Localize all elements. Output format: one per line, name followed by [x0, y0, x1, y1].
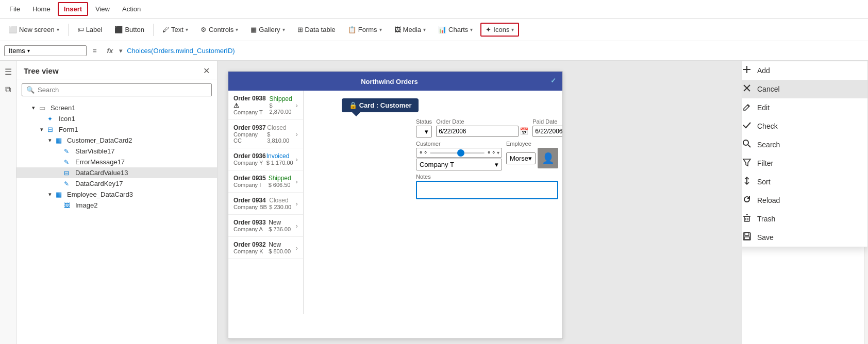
orders-list: Order 0938 ⚠ Company T Shipped $ 2,870.0…: [228, 91, 304, 314]
customer-slider[interactable]: [430, 152, 485, 154]
employee-select[interactable]: Morse ▾: [506, 152, 536, 164]
order-left-0932: Order 0932 Company K: [233, 241, 266, 254]
tree-label-img2: Image2: [75, 201, 213, 209]
menu-file[interactable]: File: [4, 3, 25, 15]
filter-label: Filter: [757, 159, 773, 167]
order-company-0934: Company BB: [233, 204, 267, 210]
notes-input[interactable]: [416, 181, 558, 199]
tree-search-input[interactable]: [38, 86, 207, 94]
icons-button[interactable]: ✦ Icons ▾: [480, 23, 519, 37]
order-date-cal-icon[interactable]: 📅: [520, 127, 528, 135]
order-right-0932: New $ 800.00: [269, 241, 291, 254]
controls-button[interactable]: ⚙ Controls ▾: [196, 23, 243, 36]
right-panel: COMP Data Prope 🔍 ACTIO OnSe fal OnCh fa…: [742, 61, 868, 344]
status-select[interactable]: ▾: [416, 126, 432, 137]
edit-label: Edit: [757, 104, 770, 112]
dropdown-item-trash[interactable]: Trash: [742, 210, 867, 228]
tree-item-datacardvalue13[interactable]: ⊟ DataCardValue13: [16, 167, 217, 178]
order-status-0933: New: [269, 219, 291, 226]
tree-item-icon1[interactable]: ✦ Icon1: [16, 113, 217, 124]
gallery-button[interactable]: ▦ Gallery ▾: [246, 23, 289, 36]
dropdown-item-cancel[interactable]: Cancel: [742, 80, 867, 98]
dropdown-item-check[interactable]: Check: [742, 117, 867, 135]
charts-icon: 📊: [438, 26, 446, 33]
order-row-0936[interactable]: Order 0936 Company Y Invoiced $ 1,170.00…: [228, 148, 303, 170]
controls-chevron-icon: ▾: [236, 27, 238, 32]
charts-button[interactable]: 📊 Charts ▾: [433, 23, 477, 36]
menu-home[interactable]: Home: [27, 3, 56, 15]
order-left-0933: Order 0933 Company A: [233, 219, 266, 232]
media-button[interactable]: 🖼 Media ▾: [390, 23, 430, 36]
order-chevron-0936-icon: ›: [296, 156, 298, 163]
order-row-0938[interactable]: Order 0938 ⚠ Company T Shipped $ 2,870.0…: [228, 91, 303, 120]
paid-date-input[interactable]: [532, 126, 562, 137]
forms-button[interactable]: 📋 Forms ▾: [343, 23, 387, 36]
menu-action[interactable]: Action: [117, 3, 146, 15]
menu-insert[interactable]: Insert: [58, 2, 88, 16]
newscreen-button[interactable]: ⬜ New screen ▾: [4, 23, 64, 36]
order-amount-0938: $ 2,870.00: [270, 102, 294, 115]
tree-close-icon[interactable]: ✕: [203, 66, 210, 76]
media-chevron-icon: ▾: [423, 27, 426, 32]
dropdown-item-save[interactable]: Save: [742, 228, 867, 247]
forms-chevron-icon: ▾: [379, 27, 382, 32]
customer-combo[interactable]: ⚬⚬ ⚬⚬ ▾: [416, 148, 502, 158]
formula-text: Choices(Orders.nwind_CustomerID): [127, 47, 235, 55]
label-icon: 🏷: [77, 26, 84, 33]
svg-rect-15: [745, 233, 749, 235]
customer-radio-icon: ⚬⚬: [419, 149, 428, 156]
fx-icon: fx: [103, 47, 118, 55]
hamburger-icon[interactable]: ☰: [3, 65, 14, 79]
gallery-icon: ▦: [251, 26, 257, 33]
edit-icon: [742, 102, 752, 113]
customer-value-box[interactable]: Company T ▾: [416, 159, 502, 170]
order-id-0937: Order 0937: [233, 124, 267, 131]
order-left-0934: Order 0934 Company BB: [233, 197, 267, 210]
datatable-button[interactable]: ⊞ Data table: [293, 23, 340, 36]
tree-item-datacardkey17[interactable]: ✎ DataCardKey17: [16, 178, 217, 189]
tree-view-panel: Tree view ✕ 🔍 ▾ ▭ Screen1 ✦ Ico: [16, 61, 218, 344]
tree-chevron-screen1-icon: ▾: [32, 105, 39, 111]
tree-item-errormessage17[interactable]: ✎ ErrorMessage17: [16, 157, 217, 167]
tree-item-screen1[interactable]: ▾ ▭ Screen1: [16, 102, 217, 113]
dropdown-item-filter[interactable]: Filter: [742, 154, 867, 173]
order-date-input[interactable]: [436, 126, 519, 137]
layers-icon[interactable]: ⧉: [3, 83, 13, 96]
dropdown-item-search[interactable]: Search: [742, 135, 867, 154]
order-row-0933[interactable]: Order 0933 Company A New $ 736.00 ›: [228, 215, 303, 237]
employee-row: Morse ▾ 👤: [506, 148, 558, 168]
tree-item-starvisible17[interactable]: ✎ StarVisible17: [16, 146, 217, 157]
dropdown-item-sort[interactable]: Sort: [742, 173, 867, 191]
tree-item-image2[interactable]: 🖼 Image2: [16, 200, 217, 211]
tree-icon-em17: ✎: [64, 159, 73, 166]
button-button[interactable]: ⬛ Button: [110, 23, 149, 36]
toolbar: ⬜ New screen ▾ 🏷 Label ⬛ Button 🖊 Text ▾…: [0, 19, 868, 41]
customer-slider-thumb: [457, 149, 464, 157]
datatable-icon: ⊞: [297, 26, 303, 33]
menu-view[interactable]: View: [90, 3, 115, 15]
tree-search-box[interactable]: 🔍: [22, 83, 212, 96]
order-status-0936: Invoiced: [266, 152, 293, 160]
tree-item-customer-datacard2[interactable]: ▾ ▦ Customer_DataCard2: [16, 135, 217, 146]
customer-label: Customer: [416, 141, 502, 147]
order-row-0935[interactable]: Order 0935 Company I Shipped $ 606.50 ›: [228, 170, 303, 193]
order-row-0932[interactable]: Order 0932 Company K New $ 800.00 ›: [228, 237, 303, 259]
left-sidebar: ☰ ⧉: [0, 61, 16, 344]
text-icon: 🖊: [162, 26, 169, 33]
text-button[interactable]: 🖊 Text ▾: [158, 23, 193, 36]
forms-label: Forms: [358, 26, 377, 33]
app-mockup: Northwind Orders ✓ 🔒 Card : Customer Ord…: [228, 71, 563, 339]
order-row-0934[interactable]: Order 0934 Company BB Closed $ 230.00 ›: [228, 193, 303, 215]
items-dropdown[interactable]: Items ▾: [4, 45, 87, 56]
sort-icon: [742, 176, 752, 187]
check-label: Check: [757, 122, 778, 130]
tree-item-form1[interactable]: ▾ ⊟ Form1: [16, 124, 217, 135]
forms-icon: 📋: [348, 26, 356, 33]
label-button[interactable]: 🏷 Label: [73, 23, 107, 36]
dropdown-item-add[interactable]: Add: [742, 61, 867, 80]
order-row-0937[interactable]: Order 0937 Company CC Closed $ 3,810.00 …: [228, 120, 303, 148]
dropdown-item-reload[interactable]: Reload: [742, 191, 867, 210]
save-label: Save: [757, 233, 774, 242]
dropdown-item-edit[interactable]: Edit: [742, 98, 867, 117]
tree-item-employee-datacard3[interactable]: ▾ ▦ Employee_DataCard3: [16, 189, 217, 200]
